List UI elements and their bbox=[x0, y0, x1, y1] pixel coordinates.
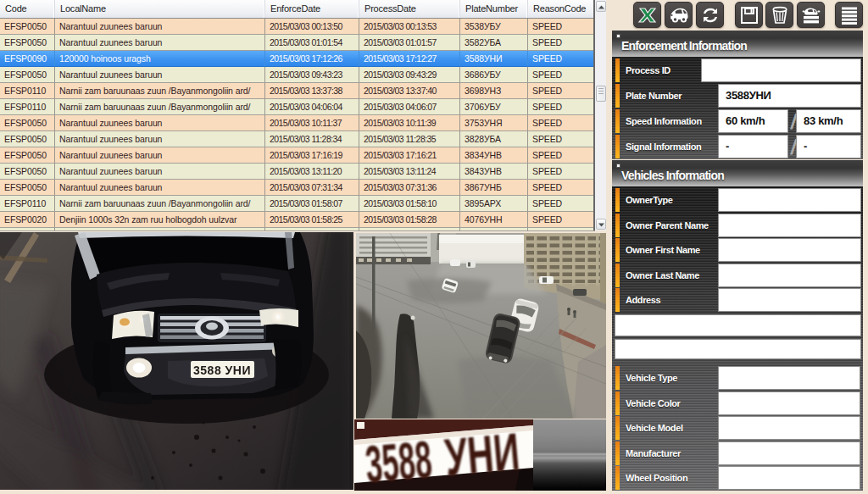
svg-text:УНИ: УНИ bbox=[442, 421, 522, 486]
svg-text:3588 УНИ: 3588 УНИ bbox=[193, 364, 251, 377]
svg-text:3588: 3588 bbox=[363, 429, 434, 491]
